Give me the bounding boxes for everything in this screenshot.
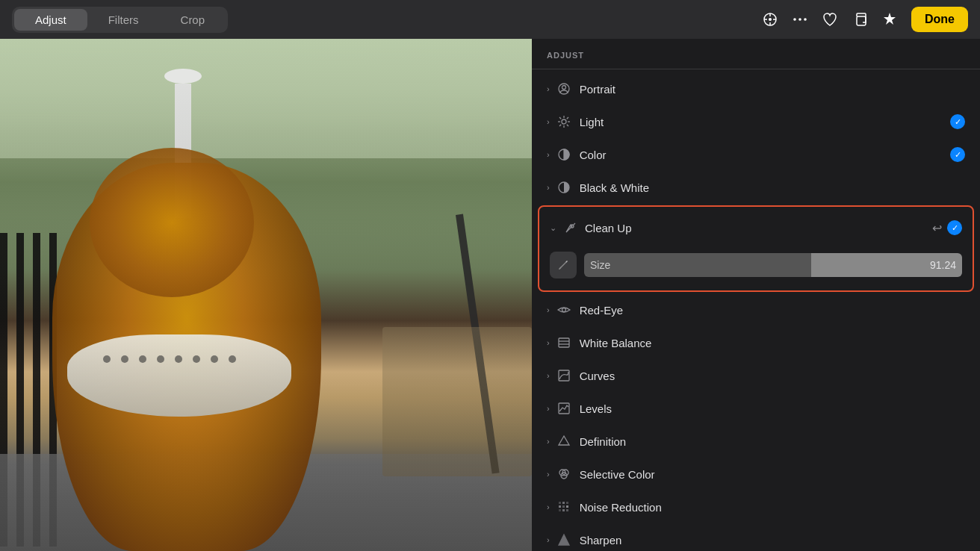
magic-wand-icon[interactable] [762, 11, 778, 28]
sidebar-item-light[interactable]: › Light ✓ [532, 105, 980, 138]
sidebar-item-portrait[interactable]: › Portrait [532, 72, 980, 105]
selectivecolor-label: Selective Color [580, 468, 965, 481]
chevron-down-icon: ⌄ [550, 223, 556, 233]
size-slider[interactable]: Size 91.24 [584, 253, 962, 277]
svg-point-21 [562, 308, 565, 312]
brush-tool-button[interactable] [550, 252, 577, 278]
color-label: Color [580, 149, 950, 161]
more-icon[interactable] [792, 11, 808, 28]
sidebar-item-redeye[interactable]: › Red-Eye [532, 293, 980, 326]
chevron-icon: › [547, 535, 550, 544]
chevron-icon: › [547, 437, 550, 446]
curves-label: Curves [580, 370, 965, 382]
light-check: ✓ [950, 114, 965, 129]
selectivecolor-icon [556, 466, 572, 482]
svg-rect-37 [559, 509, 561, 511]
sidebar-item-levels[interactable]: › Levels [532, 392, 980, 425]
copy-icon[interactable] [852, 11, 868, 28]
size-value: 91.24 [930, 259, 956, 271]
svg-point-8 [562, 86, 565, 90]
cleanup-icon [562, 220, 579, 236]
svg-line-17 [559, 125, 561, 126]
dot [211, 355, 218, 363]
svg-rect-34 [559, 505, 561, 508]
svg-marker-27 [559, 436, 569, 445]
cleanup-section: ⌄ Clean Up ↩ ✓ [538, 205, 974, 292]
svg-rect-31 [559, 502, 561, 504]
svg-rect-25 [559, 370, 569, 381]
chevron-icon: › [547, 305, 550, 314]
tab-group: Adjust Filters Crop [12, 7, 228, 33]
definition-label: Definition [580, 435, 965, 448]
levels-icon [556, 400, 572, 417]
chevron-icon: › [547, 371, 550, 380]
chevron-icon: › [547, 470, 550, 479]
tab-crop[interactable]: Crop [160, 9, 226, 31]
svg-rect-22 [559, 338, 569, 347]
svg-rect-39 [566, 509, 568, 511]
svg-point-3 [798, 18, 801, 21]
dot [229, 355, 236, 363]
sidebar-item-sharpen[interactable]: › Sharpen [532, 523, 980, 551]
sidebar-item-curves[interactable]: › Curves [532, 359, 980, 392]
sidebar-item-noisereduction[interactable]: › Noise Reduction [532, 491, 980, 523]
dog-body [30, 103, 403, 551]
dot [139, 355, 146, 363]
dot [103, 355, 111, 363]
levels-label: Levels [580, 402, 965, 415]
done-button[interactable]: Done [911, 7, 968, 32]
svg-rect-38 [562, 509, 565, 511]
svg-rect-33 [566, 502, 568, 504]
heart-icon[interactable] [822, 11, 838, 28]
dot [121, 355, 128, 363]
curves-icon [556, 367, 572, 384]
bandana-dots [97, 349, 261, 402]
svg-line-16 [566, 117, 568, 119]
svg-marker-40 [559, 535, 569, 545]
tab-filters[interactable]: Filters [87, 9, 160, 31]
svg-line-15 [566, 125, 568, 126]
cleanup-subrow: Size 91.24 [539, 246, 973, 287]
light-icon [556, 113, 572, 130]
cleanup-label: Clean Up [585, 222, 926, 234]
dot [193, 355, 200, 363]
cleanup-header[interactable]: ⌄ Clean Up ↩ ✓ [539, 210, 973, 246]
bw-icon [556, 179, 572, 196]
svg-rect-36 [566, 505, 568, 508]
svg-point-9 [562, 119, 566, 124]
bw-label: Black & White [580, 181, 965, 194]
color-check: ✓ [950, 147, 965, 162]
white-obj-top [164, 69, 202, 84]
sidebar-item-whitebalance[interactable]: › White Balance [532, 326, 980, 359]
cleanup-undo-button[interactable]: ↩ [926, 217, 947, 238]
portrait-label: Portrait [580, 83, 965, 96]
dot [157, 355, 164, 363]
svg-point-2 [793, 18, 796, 21]
photo-area [0, 39, 532, 551]
chevron-icon: › [547, 150, 550, 159]
portrait-icon [556, 81, 572, 97]
cleanup-check: ✓ [947, 220, 962, 235]
sidebar: ADJUST › Portrait › [532, 39, 980, 551]
dog-head [90, 148, 254, 297]
main-content: ADJUST › Portrait › [0, 39, 980, 551]
whitebalance-label: White Balance [580, 337, 965, 349]
noisereduction-label: Noise Reduction [580, 501, 965, 514]
svg-rect-35 [562, 505, 565, 508]
svg-point-4 [804, 18, 807, 21]
auto-enhance-icon[interactable] [881, 11, 898, 28]
definition-icon [556, 433, 572, 449]
bg-wood [382, 327, 532, 476]
sidebar-item-definition[interactable]: › Definition [532, 425, 980, 458]
sidebar-title: ADJUST [532, 51, 980, 69]
sidebar-item-selectivecolor[interactable]: › Selective Color [532, 458, 980, 491]
sidebar-item-bw[interactable]: › Black & White [532, 171, 980, 204]
top-bar: Adjust Filters Crop [0, 0, 980, 39]
redeye-icon [556, 302, 572, 318]
svg-point-1 [769, 18, 772, 21]
chevron-icon: › [547, 183, 550, 192]
sidebar-item-color[interactable]: › Color ✓ [532, 138, 980, 171]
sharpen-icon [556, 532, 572, 548]
dot [175, 355, 182, 363]
tab-adjust[interactable]: Adjust [14, 9, 87, 31]
